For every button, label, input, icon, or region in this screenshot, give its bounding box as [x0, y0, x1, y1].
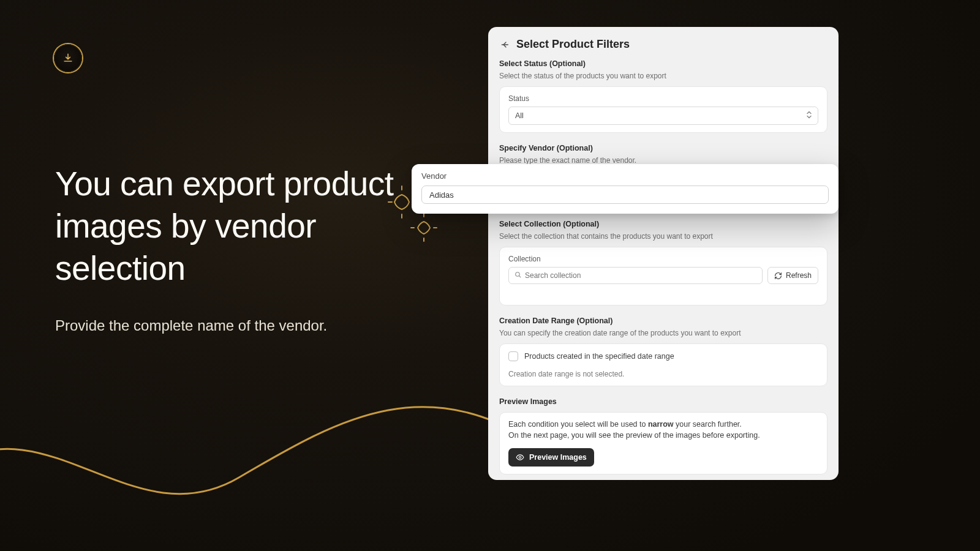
preview-label: Preview Images: [499, 397, 827, 406]
checkbox-icon: [508, 351, 518, 361]
status-select[interactable]: All: [508, 107, 818, 125]
date-range-checkbox-label: Products created in the specified date r…: [524, 352, 674, 361]
refresh-icon: [774, 272, 782, 280]
preview-section: Preview Images Each condition you select…: [499, 397, 827, 474]
app-logo: [54, 44, 82, 72]
date-range-desc: You can specify the creation date range …: [499, 329, 827, 337]
date-range-checkbox-row[interactable]: Products created in the specified date r…: [508, 351, 818, 361]
vendor-desc: Please type the exact name of the vendor…: [499, 156, 827, 165]
date-range-section: Creation Date Range (Optional) You can s…: [499, 317, 827, 386]
chevron-updown-icon: [805, 111, 813, 121]
back-button[interactable]: [499, 39, 510, 50]
eye-icon: [516, 453, 524, 462]
status-label: Select Status (Optional): [499, 59, 827, 68]
collection-label: Select Collection (Optional): [499, 220, 827, 228]
status-select-value: All: [515, 111, 524, 120]
svg-point-0: [516, 272, 520, 277]
date-range-status: Creation date range is not selected.: [508, 370, 818, 378]
vendor-label: Specify Vendor (Optional): [499, 144, 827, 152]
download-arrow-icon: [62, 52, 74, 64]
status-desc: Select the status of the products you wa…: [499, 72, 827, 80]
collection-desc: Select the collection that contains the …: [499, 232, 827, 241]
status-section: Select Status (Optional) Select the stat…: [499, 59, 827, 133]
panel-title: Select Product Filters: [516, 38, 630, 51]
preview-card: Each condition you select will be used t…: [499, 412, 827, 474]
collection-search-input[interactable]: [509, 268, 762, 283]
date-range-card: Products created in the specified date r…: [499, 343, 827, 386]
collection-card: Collection Refresh: [499, 247, 827, 305]
date-range-label: Creation Date Range (Optional): [499, 317, 827, 325]
vendor-input[interactable]: [421, 186, 829, 204]
collection-section: Select Collection (Optional) Select the …: [499, 220, 827, 305]
arrow-left-icon: [500, 40, 510, 50]
filters-panel: Select Product Filters Select Status (Op…: [488, 27, 839, 480]
status-field-label: Status: [508, 94, 818, 103]
hero-title: You can export product images by vendor …: [55, 163, 398, 289]
search-icon: [514, 270, 522, 281]
collection-search[interactable]: [508, 267, 763, 284]
hero: You can export product images by vendor …: [55, 163, 398, 334]
preview-line1: Each condition you select will be used t…: [508, 420, 818, 429]
refresh-label: Refresh: [786, 271, 812, 280]
collection-field-label: Collection: [508, 255, 818, 263]
preview-images-button[interactable]: Preview Images: [508, 448, 594, 467]
refresh-button[interactable]: Refresh: [767, 267, 818, 284]
status-card: Status All: [499, 86, 827, 133]
hero-subtitle: Provide the complete name of the vendor.: [55, 317, 398, 334]
vendor-card: Vendor: [412, 164, 839, 214]
panel-header: Select Product Filters: [499, 38, 827, 51]
vendor-field-label: Vendor: [421, 171, 829, 181]
preview-line2: On the next page, you will see the previ…: [508, 431, 818, 440]
svg-point-1: [519, 456, 521, 459]
preview-button-label: Preview Images: [529, 453, 587, 462]
